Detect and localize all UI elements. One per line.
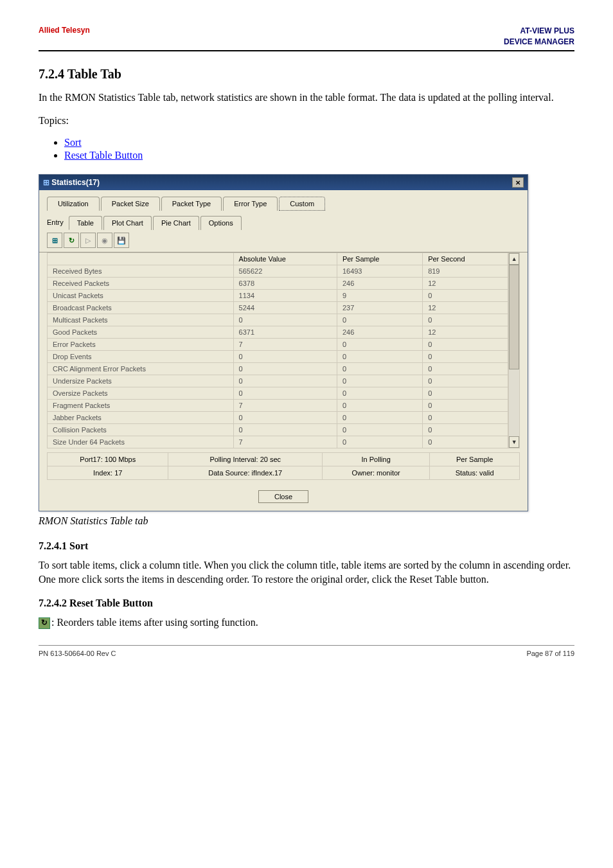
tab-error-type[interactable]: Error Type <box>223 197 278 211</box>
scroll-track[interactable] <box>509 265 519 436</box>
table-row[interactable]: Received Bytes56562216493819 <box>48 265 508 278</box>
table-row[interactable]: Unicast Packets113490 <box>48 290 508 302</box>
close-icon[interactable]: ✕ <box>512 177 524 188</box>
intro-paragraph: In the RMON Statistics Table tab, networ… <box>39 91 574 105</box>
sort-body: To sort table items, click a column titl… <box>39 558 574 587</box>
tab-utilization[interactable]: Utilization <box>47 197 100 211</box>
topics-label: Topics: <box>39 114 574 128</box>
topics-list: Sort Reset Table Button <box>64 137 574 161</box>
table-header-row: Absolute Value Per Sample Per Second <box>48 253 508 265</box>
status-index: Index: 17 <box>48 466 168 480</box>
tab-pie-chart[interactable]: Pie Chart <box>153 216 199 230</box>
dialog-titlebar[interactable]: ⊞ Statistics(17) ✕ <box>39 175 528 190</box>
table-row[interactable]: Multicast Packets000 <box>48 314 508 326</box>
tab-table[interactable]: Table <box>69 216 102 230</box>
dialog-title: ⊞ Statistics(17) <box>43 178 100 187</box>
figure-caption: RMON Statistics Table tab <box>39 514 574 528</box>
tab-plot-chart[interactable]: Plot Chart <box>103 216 152 230</box>
table-row[interactable]: CRC Alignment Error Packets000 <box>48 363 508 375</box>
status-in-polling: In Polling <box>323 453 430 466</box>
sort-heading: 7.2.4.1 Sort <box>39 540 574 552</box>
outer-tab-strip: Utilization Packet Size Packet Type Erro… <box>39 190 528 211</box>
table-row[interactable]: Error Packets700 <box>48 339 508 351</box>
play-icon[interactable]: ▷ <box>80 233 96 248</box>
save-icon[interactable]: 💾 <box>114 233 129 248</box>
scroll-thumb[interactable] <box>509 265 519 369</box>
inner-tab-label: Entry <box>47 216 69 230</box>
status-table: Port17: 100 Mbps Polling Interval: 20 se… <box>47 452 520 480</box>
col-per-sample[interactable]: Per Sample <box>337 253 422 265</box>
status-polling-interval: Polling Interval: 20 sec <box>168 453 323 466</box>
link-reset-table-button[interactable]: Reset Table Button <box>64 150 143 161</box>
refresh-icon[interactable]: ↻ <box>64 233 79 248</box>
footer-page-number: Page 87 of 119 <box>526 650 574 657</box>
status-port: Port17: 100 Mbps <box>48 453 168 466</box>
col-name[interactable] <box>48 253 234 265</box>
table-row[interactable]: Jabber Packets000 <box>48 412 508 424</box>
scroll-down-icon[interactable]: ▼ <box>509 436 519 448</box>
tab-packet-type[interactable]: Packet Type <box>161 197 222 211</box>
table-row[interactable]: Undersize Packets000 <box>48 375 508 387</box>
table-row[interactable]: Received Packets637824612 <box>48 278 508 290</box>
header-product: AT-VIEW PLUS DEVICE MANAGER <box>504 26 574 48</box>
inner-tab-strip: Entry Table Plot Chart Pie Chart Options <box>39 211 528 230</box>
status-valid: Status: valid <box>430 466 520 480</box>
scroll-up-icon[interactable]: ▲ <box>509 253 519 265</box>
col-absolute-value[interactable]: Absolute Value <box>233 253 337 265</box>
statistics-table: Absolute Value Per Sample Per Second Rec… <box>47 252 508 448</box>
col-per-second[interactable]: Per Second <box>423 253 508 265</box>
tab-options[interactable]: Options <box>200 216 242 230</box>
close-button[interactable]: Close <box>258 490 308 503</box>
table-row[interactable]: Broadcast Packets524423712 <box>48 302 508 314</box>
table-row[interactable]: Collision Packets000 <box>48 424 508 436</box>
record-icon[interactable]: ◉ <box>97 233 112 248</box>
header-company: Allied Telesyn <box>39 26 90 48</box>
status-per-sample: Per Sample <box>430 453 520 466</box>
tab-packet-size[interactable]: Packet Size <box>101 197 160 211</box>
footer-part-number: PN 613-50664-00 Rev C <box>39 650 116 657</box>
table-row[interactable]: Fragment Packets700 <box>48 400 508 412</box>
link-sort[interactable]: Sort <box>64 137 82 148</box>
table-row[interactable]: Good Packets637124612 <box>48 326 508 339</box>
page-footer: PN 613-50664-00 Rev C Page 87 of 119 <box>39 645 574 657</box>
status-owner: Owner: monitor <box>323 466 430 480</box>
table-row[interactable]: Oversize Packets000 <box>48 387 508 400</box>
reset-table-icon: ↻ <box>39 617 50 629</box>
status-data-source: Data Source: ifIndex.17 <box>168 466 323 480</box>
toolbar: ⊞ ↻ ▷ ◉ 💾 <box>39 230 528 252</box>
reset-heading: 7.2.4.2 Reset Table Button <box>39 598 574 609</box>
reset-body: ↻: Reorders table items after using sort… <box>39 616 574 630</box>
statistics-dialog: ⊞ Statistics(17) ✕ Utilization Packet Si… <box>39 174 528 511</box>
page-header: Allied Telesyn AT-VIEW PLUS DEVICE MANAG… <box>39 26 574 51</box>
table-scrollbar[interactable]: ▲ ▼ <box>508 252 520 448</box>
table-row[interactable]: Drop Events000 <box>48 351 508 363</box>
tab-custom[interactable]: Custom <box>279 197 325 211</box>
grid-icon[interactable]: ⊞ <box>47 233 62 248</box>
section-heading: 7.2.4 Table Tab <box>39 67 574 82</box>
table-row[interactable]: Size Under 64 Packets700 <box>48 436 508 448</box>
